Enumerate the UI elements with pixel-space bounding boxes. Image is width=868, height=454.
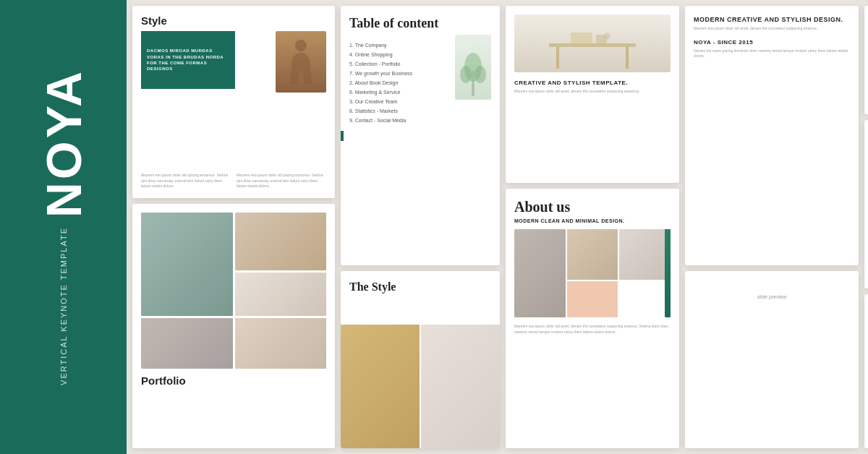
about-collage [514, 229, 671, 317]
column-1: Style DACMOS MIROAD MURDAS VORAS IN THE … [132, 6, 335, 448]
goals-slide-placeholder: slide preview [685, 271, 859, 448]
sidebar-brand: NOYA Vertical Keynote Template [39, 69, 88, 385]
creative-top-image [514, 14, 671, 72]
modern-body-1: Maorem eso ipsum dolor sid amet, denam t… [694, 26, 850, 32]
style-slide-title: Style [141, 14, 326, 27]
style-person-image [276, 31, 326, 93]
style-img-2 [421, 325, 500, 448]
svg-rect-5 [549, 43, 636, 47]
portfolio-grid [141, 213, 326, 369]
person-silhouette [286, 37, 315, 87]
portfolio-img-5 [235, 318, 327, 369]
toc-accent-bar [341, 131, 344, 141]
furniture-svg [535, 22, 650, 72]
toc-plant-image [455, 35, 491, 100]
column-4: MODERN CREATIVE AND STYLISH DESIGN. Maor… [685, 6, 859, 448]
about-accent-bar [665, 229, 671, 317]
about-body: Maorem eso ipsum dolor sid amet, denam t… [514, 323, 671, 335]
style-teal-text: DACMOS MIROAD MURDAS VORAS IN THE BRUDAS… [147, 48, 229, 72]
about-img-3 [619, 229, 671, 280]
column-5: The new design Goals. 6K Danus the cho n… [864, 6, 868, 448]
about-img-4 [567, 281, 618, 317]
style-body-text-2: Maorem eso ipsum dolor sid pacing estram… [237, 173, 326, 189]
svg-rect-7 [626, 47, 629, 69]
toc-item-9: 9. Contact - Social Media [349, 116, 491, 125]
about-title: About us [514, 199, 671, 215]
about-img-1 [514, 229, 566, 317]
noya-since-section: NOYA - SINCE 2015 Denam the cares pacing… [694, 39, 850, 59]
style-slide: Style DACMOS MIROAD MURDAS VORAS IN THE … [132, 6, 335, 198]
style-teal-box: DACMOS MIROAD MURDAS VORAS IN THE BRUDAS… [141, 31, 235, 89]
the-style-images [341, 325, 500, 448]
svg-point-0 [295, 40, 307, 51]
portfolio-img-1 [141, 213, 233, 316]
about-img-2 [567, 229, 618, 280]
team-slide: Team [864, 294, 868, 448]
main-content: Style DACMOS MIROAD MURDAS VORAS IN THE … [127, 0, 868, 454]
creative-slide: CREATIVE AND STYLISH TEMPLATE. Maorem es… [506, 6, 679, 183]
modern-design-slide: MODERN CREATIVE AND STYLISH DESIGN. Maor… [685, 6, 859, 265]
svg-point-3 [460, 66, 472, 83]
person-shape [276, 31, 326, 93]
svg-rect-8 [571, 33, 592, 43]
portfolio-img-4 [141, 318, 233, 369]
goals-placeholder-text: slide preview [694, 280, 850, 299]
creative-title: CREATIVE AND STYLISH TEMPLATE. [514, 80, 671, 86]
modern-design-title: MODERN CREATIVE AND STYLISH DESIGN. [694, 16, 850, 23]
column-2: Table of content 1. The Company 4. Onlin… [341, 6, 500, 448]
column-3: CREATIVE AND STYLISH TEMPLATE. Maorem es… [506, 6, 679, 448]
style-img-1 [341, 325, 420, 448]
svg-rect-6 [556, 47, 559, 69]
portfolio-title: Portfolio [141, 374, 326, 387]
plant-svg [459, 42, 488, 100]
creative-body: Maorem eso ipsum dolor sid amet, denam t… [514, 89, 671, 95]
new-design-slide: The new design [864, 6, 868, 114]
modern-body-2: Denam the cares pacing eliminam driec na… [694, 48, 850, 59]
noya-since-label: NOYA - SINCE 2015 [694, 39, 850, 46]
brand-subtitle: Vertical Keynote Template [59, 227, 68, 385]
sidebar: NOYA Vertical Keynote Template [0, 0, 127, 454]
the-style-title: The Style [349, 280, 491, 294]
portfolio-img-2 [235, 213, 327, 270]
svg-point-4 [475, 66, 486, 83]
portfolio-img-3 [235, 273, 327, 316]
style-body-text-1: Maorem eso ipsum dolor sid spicing estra… [141, 173, 231, 189]
furniture-graphic [514, 14, 671, 72]
style-body: Maorem eso ipsum dolor sid spicing estra… [141, 173, 326, 189]
svg-point-10 [603, 33, 610, 40]
toc-item-8: 8. Statistics - Markets [349, 106, 491, 116]
toc-title: Table of content [349, 16, 491, 32]
brand-name: NOYA [39, 69, 88, 218]
about-slide: About us MODERN CLEAN AND MINIMAL DESIGN… [506, 189, 679, 448]
the-style-slide: The Style [341, 271, 500, 448]
portfolio-slide: Portfolio [132, 204, 335, 448]
goals-slide: Goals. 6K Danus the cho nomat dulus. P s… [864, 120, 868, 289]
about-subtitle: MODERN CLEAN AND MINIMAL DESIGN. [514, 218, 671, 223]
toc-slide: Table of content 1. The Company 4. Onlin… [341, 6, 500, 265]
